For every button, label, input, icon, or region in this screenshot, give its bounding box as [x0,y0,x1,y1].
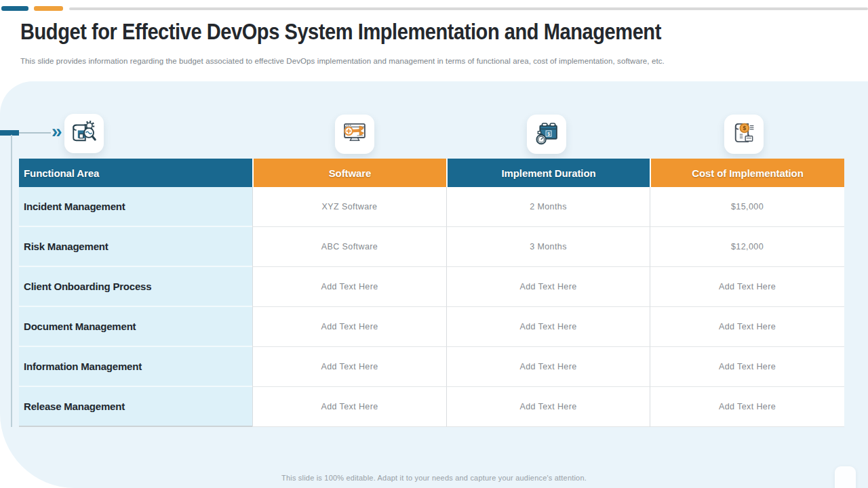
implement-duration-icon-card: $ [527,115,566,154]
placeholder-cell[interactable]: Add Text Here [252,307,446,347]
monitor-wrench-icon [340,119,369,150]
column-header-software: Software [252,159,446,187]
svg-text:$: $ [743,125,747,131]
progress-segment-teal [1,6,28,11]
column-header-implement-duration: Implement Duration [446,159,650,187]
column-header-cost-of-implementation: Cost of Implementation [650,159,844,187]
placeholder-cell[interactable]: Add Text Here [650,267,844,307]
placeholder-cell[interactable]: Add Text Here [446,387,650,427]
table-cell: 2 Months [446,187,650,227]
chevron-right-icon: » [52,121,62,142]
progress-segment-orange [34,6,63,11]
table-cell: $15,000 [650,187,844,227]
row-label: Incident Management [19,187,252,227]
blueprint-search-gear-icon [70,118,98,149]
placeholder-cell[interactable]: Add Text Here [252,387,446,427]
connector-vertical-line [11,135,12,427]
placeholder-cell[interactable]: Add Text Here [650,387,844,427]
row-label: Risk Management [19,227,252,267]
placeholder-cell[interactable]: Add Text Here [446,307,650,347]
footer-note: This slide is 100% editable. Adapt it to… [0,474,868,482]
row-label: Document Management [19,307,252,347]
table-cell: 3 Months [446,227,650,267]
placeholder-cell[interactable]: Add Text Here [252,347,446,387]
calendar-stopwatch-icon: $ [532,119,561,150]
placeholder-cell[interactable]: Add Text Here [446,347,650,387]
connector-bar [0,130,19,136]
table-cell: $12,000 [650,227,844,267]
presentation-slide: Budget for Effective DevOps System Imple… [0,0,868,488]
row-label: Information Management [19,347,252,387]
placeholder-cell[interactable]: Add Text Here [650,347,844,387]
row-label: Release Management [19,387,252,427]
table-cell: ABC Software [252,227,446,267]
column-header-functional-area: Functional Area [19,159,252,187]
placeholder-cell[interactable]: Add Text Here [650,307,844,347]
page-title: Budget for Effective DevOps System Imple… [20,19,661,45]
table-cell: XYZ Software [252,187,446,227]
row-label: Client Onboarding Process [19,267,252,307]
progress-track [69,7,868,10]
cost-of-implementation-icon-card: $ [724,115,764,154]
software-icon-card [335,115,374,154]
scroll-dollar-coin-icon: $ [730,119,758,150]
budget-table: Functional Area Software Implement Durat… [19,159,844,427]
placeholder-cell[interactable]: Add Text Here [446,267,650,307]
placeholder-cell[interactable]: Add Text Here [252,267,446,307]
slide-subtitle: This slide provides information regardin… [20,57,665,65]
connector-horizontal-line [19,132,51,134]
functional-area-icon-card [64,114,104,153]
